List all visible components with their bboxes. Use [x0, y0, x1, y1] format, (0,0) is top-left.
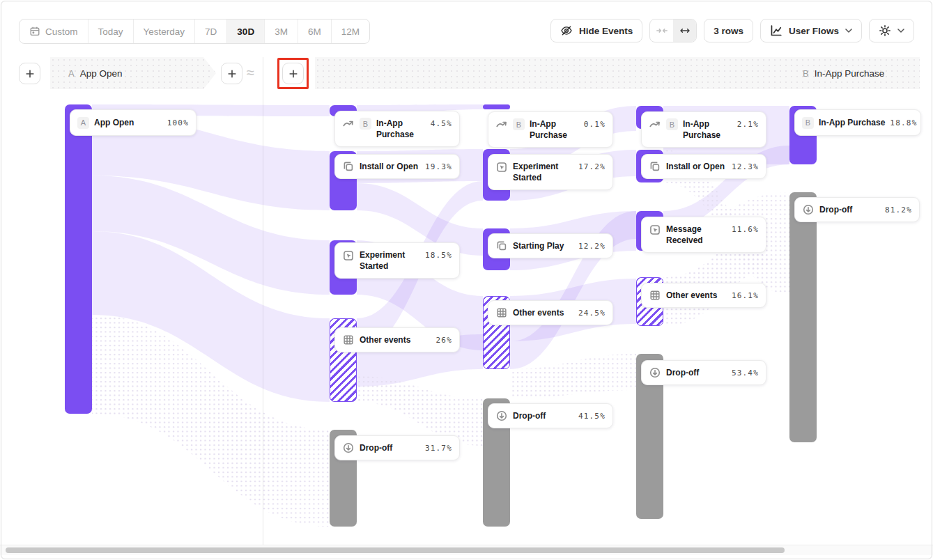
- node-label: Other events: [360, 334, 431, 345]
- arrow-down-circle-icon: [495, 410, 508, 422]
- click-icon: [649, 224, 661, 236]
- grid-icon: [649, 289, 661, 302]
- node-experiment-started[interactable]: Experiment Started17.2%: [488, 154, 613, 190]
- node-label: Drop-off: [513, 410, 573, 421]
- node-label: Drop-off: [666, 367, 727, 378]
- plus-icon: [228, 70, 236, 78]
- node-drop-off[interactable]: Drop-off81.2%: [794, 197, 920, 222]
- overlap-squares-icon: [342, 160, 355, 173]
- event-letter-badge: B: [360, 118, 371, 130]
- node-other-events[interactable]: Other events16.1%: [641, 283, 766, 308]
- node-message-received[interactable]: Message Received11.6%: [641, 217, 766, 253]
- node-value: 18.5%: [425, 251, 452, 260]
- node-value: 11.6%: [732, 225, 759, 234]
- node-in-app-purchase[interactable]: BIn-App Purchase0.1%: [488, 111, 613, 148]
- node-other-events[interactable]: Other events26%: [334, 327, 460, 352]
- overlap-squares-icon: [649, 160, 661, 173]
- node-value: 19.3%: [425, 162, 452, 171]
- overlap-squares-icon: [495, 240, 508, 252]
- node-value: 41.5%: [578, 412, 606, 421]
- plus-icon: [289, 70, 298, 78]
- user-flows-app: CustomTodayYesterday7D30D3M6M12M Hide Ev…: [0, 0, 933, 560]
- bar-in-app-purchase[interactable]: [483, 104, 510, 109]
- click-icon: [495, 161, 508, 173]
- node-in-app-purchase[interactable]: BIn-App Purchase18.8%: [794, 109, 921, 136]
- node-value: 16.1%: [732, 291, 759, 300]
- node-install-or-open[interactable]: Install or Open19.3%: [334, 154, 460, 179]
- grid-icon: [495, 306, 508, 319]
- node-value: 53.4%: [732, 368, 759, 378]
- node-drop-off[interactable]: Drop-off41.5%: [488, 403, 613, 428]
- node-other-events[interactable]: Other events24.5%: [488, 300, 613, 325]
- event-letter-badge: A: [77, 117, 89, 129]
- node-value: 0.1%: [584, 120, 606, 129]
- event-letter-badge: B: [802, 117, 814, 129]
- horizontal-scrollbar: [0, 545, 933, 555]
- node-label: Experiment Started: [513, 161, 573, 183]
- event-letter-badge: B: [513, 118, 525, 130]
- node-label: Install or Open: [666, 161, 727, 172]
- node-label: In-App Purchase: [530, 118, 579, 141]
- node-value: 26%: [436, 336, 452, 345]
- node-value: 100%: [167, 118, 189, 127]
- node-label: In-App Purchase: [376, 118, 426, 140]
- node-in-app-purchase[interactable]: BIn-App Purchase4.5%: [334, 111, 460, 147]
- node-install-or-open[interactable]: Install or Open12.3%: [641, 154, 766, 179]
- node-value: 24.5%: [578, 309, 606, 318]
- arrow-down-circle-icon: [802, 203, 815, 216]
- node-value: 12.2%: [578, 242, 606, 251]
- node-label: In-App Purchase: [819, 117, 885, 128]
- node-label: Starting Play: [513, 240, 573, 251]
- click-icon: [342, 249, 355, 262]
- add-step-button-mid[interactable]: [221, 63, 242, 84]
- node-label: Other events: [513, 307, 573, 318]
- add-step-button-highlighted[interactable]: [282, 63, 304, 84]
- bar-app-open[interactable]: [65, 104, 92, 414]
- node-label: Drop-off: [360, 442, 420, 453]
- node-label: Drop-off: [819, 204, 880, 215]
- node-drop-off[interactable]: Drop-off31.7%: [334, 435, 460, 460]
- node-label: Install or Open: [360, 161, 420, 172]
- trend-arrow-icon: [342, 118, 355, 130]
- trend-arrow-icon: [495, 118, 508, 131]
- node-label: App Open: [94, 117, 162, 128]
- arrow-down-circle-icon: [649, 366, 661, 379]
- grid-icon: [342, 334, 355, 346]
- node-value: 4.5%: [431, 119, 452, 128]
- node-value: 17.2%: [578, 162, 606, 171]
- node-label: Experiment Started: [360, 249, 420, 272]
- node-drop-off[interactable]: Drop-off53.4%: [641, 360, 766, 385]
- node-value: 12.3%: [732, 162, 759, 171]
- bar-drop-off[interactable]: [789, 192, 817, 442]
- node-app-open[interactable]: AApp Open100%: [70, 109, 196, 136]
- node-label: In-App Purchase: [683, 118, 732, 141]
- collapsed-steps-symbol: ≈: [247, 65, 254, 81]
- scrollbar-thumb[interactable]: [6, 547, 785, 553]
- node-label: Other events: [666, 290, 727, 301]
- node-in-app-purchase[interactable]: BIn-App Purchase2.1%: [641, 111, 766, 148]
- node-value: 81.2%: [885, 205, 912, 215]
- node-experiment-started[interactable]: Experiment Started18.5%: [334, 242, 460, 279]
- arrow-down-circle-icon: [342, 442, 355, 454]
- plus-icon: [26, 70, 34, 78]
- trend-arrow-icon: [649, 118, 661, 131]
- add-step-button-start[interactable]: [19, 63, 40, 84]
- node-label: Message Received: [666, 224, 727, 246]
- node-starting-play[interactable]: Starting Play12.2%: [488, 233, 613, 258]
- node-value: 2.1%: [737, 120, 759, 129]
- node-value: 31.7%: [425, 444, 452, 453]
- node-value: 18.8%: [890, 118, 917, 127]
- event-letter-badge: B: [666, 118, 678, 130]
